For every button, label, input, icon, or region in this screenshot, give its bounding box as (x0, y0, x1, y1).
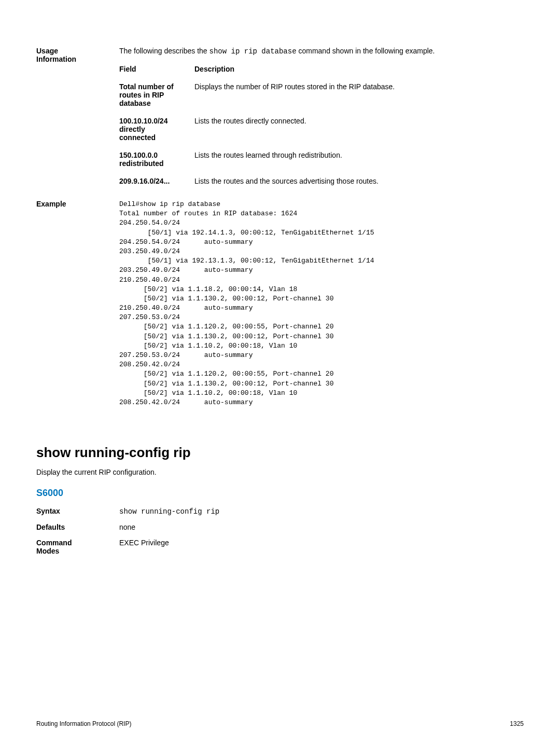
field-row: 150.100.0.0 redistributed Lists the rout… (119, 151, 524, 168)
field-desc: Lists the routes learned through redistr… (194, 151, 524, 168)
usage-information-section: Usage Information The following describe… (36, 47, 524, 195)
field-label: 150.100.0.0 redistributed (119, 151, 194, 168)
field-label: Total number of routes in RIP database (119, 82, 194, 107)
field-label-line: directly (119, 125, 145, 133)
field-label-line: routes in RIP (119, 91, 164, 99)
syntax-value: show running-config rip (119, 507, 219, 516)
command-label-b: Modes (36, 547, 59, 555)
field-label-line: 150.100.0.0 (119, 151, 158, 159)
usage-intro-code: show ip rip database (209, 47, 297, 56)
field-header-desc: Description (194, 65, 524, 73)
field-header-label: Field (119, 65, 194, 73)
defaults-label: Defaults (36, 523, 119, 531)
usage-intro: The following describes the show ip rip … (119, 47, 524, 56)
field-label-line: 209.9.16.0/24... (119, 177, 170, 185)
defaults-row: Defaults none (36, 523, 524, 531)
command-modes-label: Command Modes (36, 539, 119, 555)
field-label-line: connected (119, 133, 156, 142)
field-label: 100.10.10.0/24 directly connected (119, 117, 194, 142)
field-desc: Lists the routes directly connected. (194, 117, 524, 142)
command-modes-row: Command Modes EXEC Privilege (36, 539, 524, 555)
example-section: Example Dell#show ip rip database Total … (36, 200, 524, 407)
field-row: 209.9.16.0/24... Lists the routes and th… (119, 177, 524, 185)
defaults-value: none (119, 523, 524, 531)
footer-right: 1325 (510, 720, 524, 727)
usage-intro-b: command shown in the following example. (297, 47, 435, 55)
field-row: 100.10.10.0/24 directly connected Lists … (119, 117, 524, 142)
field-desc: Lists the routes and the sources adverti… (194, 177, 524, 185)
field-label-line: Total number of (119, 82, 174, 91)
usage-label-a: Usage (36, 47, 58, 55)
syntax-row: Syntax show running-config rip (36, 507, 524, 516)
page-footer: Routing Information Protocol (RIP) 1325 (36, 720, 524, 727)
example-output: Dell#show ip rip database Total number o… (119, 200, 524, 407)
section-intro: Display the current RIP configuration. (36, 468, 524, 476)
subsection-title: S6000 (36, 488, 524, 499)
field-label: 209.9.16.0/24... (119, 177, 194, 185)
field-label-line: 100.10.10.0/24 (119, 117, 167, 125)
footer-left: Routing Information Protocol (RIP) (36, 720, 131, 727)
field-label-line: database (119, 99, 151, 107)
field-desc: Displays the number of RIP routes stored… (194, 82, 524, 107)
field-header-row: Field Description (119, 65, 524, 73)
usage-content: The following describes the show ip rip … (119, 47, 524, 195)
usage-label: Usage Information (36, 47, 119, 195)
command-modes-value: EXEC Privilege (119, 539, 524, 555)
command-label-a: Command (36, 539, 72, 547)
example-content: Dell#show ip rip database Total number o… (119, 200, 524, 407)
usage-intro-a: The following describes the (119, 47, 209, 55)
example-label: Example (36, 200, 119, 407)
section-title: show running-config rip (36, 445, 524, 461)
field-label-line: redistributed (119, 159, 164, 168)
usage-label-b: Information (36, 55, 76, 63)
field-row: Total number of routes in RIP database D… (119, 82, 524, 107)
syntax-label: Syntax (36, 507, 119, 516)
